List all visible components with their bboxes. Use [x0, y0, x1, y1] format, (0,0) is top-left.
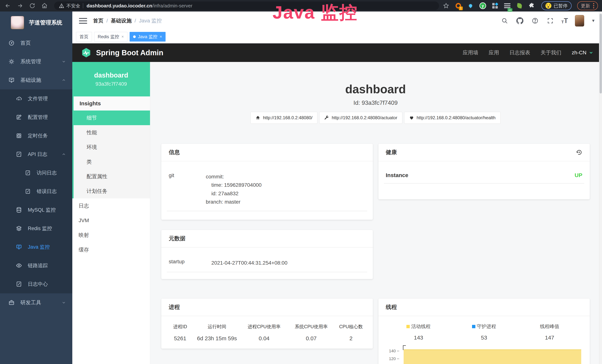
blue-swatch-icon [472, 325, 475, 328]
health-card-header: 健康 [378, 144, 590, 161]
sba-brand[interactable]: Spring Boot Admin [81, 47, 163, 58]
warning-icon [59, 3, 64, 8]
sidebar-item-error-log[interactable]: 错误日志 [0, 182, 72, 201]
health-url-button[interactable]: http://192.168.0.2:48080/actuator/health [404, 112, 501, 124]
fullscreen-icon[interactable] [546, 17, 554, 25]
sidebar-item-job[interactable]: 定时任务 [0, 127, 72, 145]
sidebar-item-file[interactable]: 文件管理 [0, 89, 72, 108]
edit-icon [15, 114, 23, 120]
sba-nav-wall[interactable]: 应用墙 [463, 49, 478, 56]
extension-pin-icon[interactable] [467, 2, 474, 10]
browser-update-button[interactable]: 更新 [577, 1, 598, 10]
home-icon[interactable] [41, 2, 48, 10]
close-icon[interactable]: × [121, 34, 124, 39]
close-icon[interactable]: × [160, 34, 162, 39]
sba-menu-details[interactable]: 细节 [74, 110, 150, 125]
col-header: 进程CPU使用率 [240, 324, 288, 330]
sba-menu-mappings[interactable]: 映射 [72, 228, 150, 242]
instance-name: dashboard [94, 71, 128, 79]
breadcrumb-current: Java 监控 [139, 17, 162, 24]
breadcrumb-home[interactable]: 首页 [93, 17, 103, 24]
sidebar-item-trace[interactable]: 链路追踪 [0, 256, 72, 275]
health-row-label[interactable]: Instance [386, 172, 408, 178]
row-divider [167, 272, 367, 272]
threads-area-chart: 140 120 100 [386, 345, 582, 364]
sba-menu-logfile[interactable]: 日志 [72, 198, 150, 213]
briefcase-icon [8, 300, 15, 306]
tab-redis[interactable]: Redis 监控 × [94, 32, 127, 42]
tab-java[interactable]: Java 监控 × [129, 32, 166, 42]
search-icon[interactable] [501, 17, 509, 25]
extension-badge: 1 [459, 7, 463, 10]
row-divider [167, 211, 367, 211]
scrollbar-thumb[interactable] [600, 14, 602, 94]
sba-nav-journal[interactable]: 日志报表 [509, 49, 530, 56]
sidebar-item-config[interactable]: 配置管理 [0, 108, 72, 127]
sba-menu-env[interactable]: 环境 [74, 140, 150, 154]
address-bar[interactable]: 不安全 dashboard.yudao.iocoder.cn /infra/ad… [54, 1, 439, 10]
sidebar-item-api-log[interactable]: API 日志 [0, 145, 72, 163]
hamburger-icon[interactable] [79, 17, 87, 25]
user-avatar[interactable] [575, 15, 584, 27]
actuator-url-button[interactable]: http://192.168.0.2:48080/actuator [319, 112, 402, 124]
instance-header[interactable]: dashboard 93a3fc7f7409 [72, 62, 150, 96]
chevron-down-icon[interactable]: ▼ [591, 18, 595, 23]
history-icon[interactable] [576, 149, 582, 156]
cell-uptime: 6d 23h 15m 59s [193, 335, 240, 342]
breadcrumb-section[interactable]: 基础设施 [111, 17, 132, 24]
puzzle-icon[interactable] [528, 2, 536, 10]
paused-extension-button[interactable]: 已暂停 [541, 1, 572, 10]
metadata-card-header: 元数据 [161, 230, 373, 247]
extension-orange-icon[interactable]: 1 [455, 2, 462, 10]
help-icon[interactable] [531, 17, 539, 25]
active-dot [133, 35, 136, 38]
service-url-button[interactable]: http://192.168.0.2:48080/ [250, 112, 317, 124]
monitor-icon [8, 77, 15, 83]
instance-links: http://192.168.0.2:48080/ http://192.168… [161, 112, 590, 124]
sba-instance-sidebar: dashboard 93a3fc7f7409 Insights 细节 性能 环境… [72, 62, 150, 364]
sidebar-submenu-infra: 文件管理 配置管理 定时任务 API 日志 [0, 89, 72, 293]
sidebar-item-infra[interactable]: 基础设施 [0, 71, 72, 89]
page-scrollbar[interactable] [599, 11, 602, 364]
sidebar-item-home[interactable]: 首页 [0, 34, 72, 52]
sba-locale-select[interactable]: zh-CN [572, 50, 593, 56]
sidebar-item-redis[interactable]: Redis 监控 [0, 219, 72, 238]
font-size-icon[interactable]: TT [561, 17, 568, 24]
sba-menu-jvm[interactable]: JVM [72, 213, 150, 228]
extension-list-icon[interactable]: on [504, 2, 511, 10]
sidebar-item-java[interactable]: Java 监控 [0, 238, 72, 256]
sba-menu-configprops[interactable]: 配置属性 [74, 169, 150, 184]
tags-view: 首页 Redis 监控 × Java 监控 × [72, 30, 602, 43]
sidebar-item-log-center[interactable]: 日志中心 [0, 275, 72, 293]
sba-menu-metrics[interactable]: 性能 [74, 125, 150, 140]
sba-nav-about[interactable]: 关于我们 [541, 49, 561, 56]
reload-icon[interactable] [29, 2, 36, 10]
sidebar-item-devtools[interactable]: 研发工具 [0, 293, 72, 312]
metadata-key: startup [169, 259, 211, 267]
threads-legend: 活动线程 守护进程 线程峰值 [386, 323, 582, 330]
tab-home[interactable]: 首页 [76, 32, 92, 42]
log-icon [24, 189, 32, 194]
info-card-header: 信息 [161, 144, 373, 161]
extension-y-icon[interactable]: y [479, 2, 486, 10]
kebab-menu-icon[interactable] [593, 3, 594, 8]
sba-menu-classes[interactable]: 类 [74, 154, 150, 169]
sba-nav-applications[interactable]: 应用 [489, 49, 499, 56]
back-icon[interactable] [4, 2, 11, 10]
extension-grid-icon[interactable] [491, 2, 499, 10]
bookmark-star-icon[interactable] [442, 2, 450, 10]
status-badge: UP [575, 172, 582, 178]
sba-menu-caches[interactable]: 缓存 [72, 242, 150, 257]
cell-process-cpu: 0.04 [240, 335, 288, 342]
gauge-icon [8, 40, 15, 46]
eye-icon [15, 263, 23, 268]
health-card: 健康 Instance UP [378, 144, 590, 199]
sidebar-item-system[interactable]: 系统管理 [0, 52, 72, 71]
github-icon[interactable] [516, 17, 524, 25]
sba-menu-scheduled[interactable]: 计划任务 [74, 184, 150, 198]
sidebar-item-mysql[interactable]: MySQL 监控 [0, 201, 72, 219]
sidebar-item-access-log[interactable]: 访问日志 [0, 163, 72, 182]
extension-leaf-icon[interactable] [516, 2, 523, 10]
emoji-face-icon [546, 3, 551, 9]
forward-icon[interactable] [16, 2, 24, 10]
